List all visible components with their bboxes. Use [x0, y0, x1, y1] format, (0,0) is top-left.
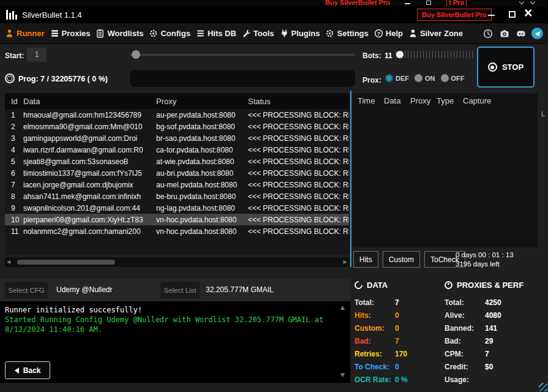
- stat-value: 0: [395, 311, 399, 320]
- cell-id: 2: [11, 123, 23, 131]
- log-line: Runner initialized succesfully!: [5, 305, 338, 315]
- cell-id: 1: [11, 111, 23, 119]
- table-row[interactable]: 4 iwan.rizrif.darmawan@gmail.com:R0 ca-t…: [5, 144, 349, 156]
- horizontal-scrollbar[interactable]: [5, 257, 349, 267]
- nav-hits-db[interactable]: Hits DB: [196, 29, 236, 38]
- select-list-button[interactable]: Select List: [160, 282, 200, 298]
- scroll-right-icon[interactable]: [343, 259, 347, 265]
- table-row[interactable]: 3 gamingappsworld@gmail.com:Droi br-sao.…: [5, 132, 349, 144]
- proxies-perf-header: PROXIES & PERF: [445, 281, 524, 290]
- stat-row: Total: 4250: [445, 296, 501, 309]
- stat-label: Alive:: [445, 311, 485, 320]
- start-slider[interactable]: [130, 49, 355, 60]
- slider-track: [130, 54, 355, 56]
- silver-zone-icon: [408, 29, 418, 38]
- cell-proxy: at-wie.pvdata.host:8080: [156, 157, 248, 166]
- stat-row: Banned: 141: [445, 322, 501, 334]
- select-cfg-button[interactable]: Select CFG: [5, 282, 48, 298]
- proxy-mode-option[interactable]: OFF: [441, 74, 465, 82]
- cell-status: <<< PROCESSING BLOCK: REC: [248, 181, 349, 189]
- proxy-mode-option[interactable]: ON: [415, 74, 435, 82]
- nav-runner[interactable]: Runner: [5, 29, 45, 38]
- table-row[interactable]: 8 ahsan7411.mek@gmail.com:infinixh be-br…: [5, 190, 349, 202]
- nav-label: Configs: [160, 29, 190, 38]
- minimize-icon[interactable]: [405, 3, 410, 4]
- cell-data: hmaoual@gmail.com:hm123456789: [23, 111, 156, 119]
- cell-proxy: vn-hoc.pvdata.host:8080: [156, 227, 248, 236]
- cell-data: iacen.jorge@gmail.com:djbujomix: [23, 181, 156, 189]
- tab-button[interactable]: Hits: [353, 251, 378, 268]
- tab-button[interactable]: Custom: [383, 251, 420, 268]
- table-row[interactable]: 6 timiostimio1337@gmail.com:fYs7IJ5 au-b…: [5, 167, 349, 179]
- telegram-icon[interactable]: [531, 28, 543, 39]
- stat-row: Hits: 0: [355, 309, 408, 322]
- stat-value: 4080: [485, 311, 501, 320]
- table-row[interactable]: 5 sjeati8@gmail.com:53sonaseoB at-wie.pv…: [5, 156, 349, 167]
- stat-value: 29: [485, 337, 493, 345]
- bots-slider[interactable]: [396, 49, 473, 60]
- runner-icon: [5, 29, 14, 38]
- table-row[interactable]: 10 pierpaneri08@gmail.com:XiyHt.zT83 vn-…: [5, 214, 349, 225]
- proxies-perf-stats: Total: 4250 Alive: 4080 Banned: 141 Bad:…: [445, 296, 501, 386]
- cell-data: pierpaneri08@gmail.com:XiyHt.zT83: [23, 216, 156, 224]
- stat-value: 0: [395, 324, 399, 333]
- maximize-button[interactable]: [509, 11, 516, 18]
- maximize-icon[interactable]: [426, 1, 431, 5]
- nav-tools[interactable]: Tools: [242, 29, 274, 38]
- nav-help[interactable]: ? Help: [374, 29, 403, 38]
- stat-row: Custom: 0: [355, 322, 408, 334]
- nav-label: Hits DB: [208, 29, 236, 38]
- elapsed-time: 0 days 00 : 01 : 13: [456, 251, 514, 260]
- stat-label: Custom:: [355, 324, 395, 333]
- cell-status: <<< PROCESSING BLOCK: REC: [248, 146, 349, 154]
- tools-icon: [242, 29, 251, 38]
- license-days-left: 3195 days left: [456, 260, 514, 269]
- hits-table-header: TimeDataProxyTypeCapture: [353, 93, 538, 105]
- cell-id: 11: [11, 227, 23, 236]
- scroll-up-icon[interactable]: [340, 304, 345, 311]
- nav-plugins[interactable]: Plugins: [280, 29, 320, 38]
- stat-label: Retries:: [355, 350, 395, 358]
- progress-text: Prog: 7 / 32205776 ( 0 %): [18, 75, 108, 83]
- nav-silver-zone[interactable]: Silver Zone: [408, 29, 463, 38]
- timer-block: 0 days 00 : 01 : 13 3195 days left: [456, 251, 514, 269]
- data-stats-title: DATA: [367, 281, 388, 290]
- cell-proxy: bg-sof.pvdata.host:8080: [156, 123, 248, 131]
- cell-id: 4: [11, 146, 23, 154]
- start-label: Start:: [5, 51, 24, 60]
- stat-value: 170: [395, 350, 407, 358]
- close-button[interactable]: [524, 5, 532, 21]
- scrollbar-thumb[interactable]: [17, 260, 115, 265]
- back-button[interactable]: Back: [5, 361, 50, 379]
- nav-proxies[interactable]: Proxies: [50, 29, 91, 38]
- nav-wordlists[interactable]: Wordlists: [96, 29, 143, 38]
- cell-proxy: au-per.pvdata.host:8080: [156, 111, 248, 119]
- stop-button[interactable]: STOP: [477, 47, 535, 88]
- stat-value: 0 %: [395, 375, 408, 384]
- nav-label: Runner: [17, 29, 45, 38]
- slider-thumb[interactable]: [132, 50, 140, 59]
- cell-proxy: ng-lag.pvdata.host:8080: [156, 204, 248, 213]
- silverbullet-window: Buy SilverBullet Pro t Pro SilverBullet …: [0, 0, 548, 392]
- table-row[interactable]: 11 nolanmmc2@gmail.com:hamani200 vn-hoc.…: [5, 225, 349, 237]
- scroll-left-icon[interactable]: [7, 259, 10, 265]
- discord-icon[interactable]: [515, 28, 527, 40]
- nav-settings[interactable]: Settings: [325, 29, 368, 38]
- minimize-button[interactable]: [488, 15, 495, 16]
- buy-pro-button[interactable]: Buy SilverBullet Pro: [417, 9, 492, 21]
- table-row[interactable]: 1 hmaoual@gmail.com:hm123456789 au-per.p…: [5, 109, 349, 121]
- nav-tray: [482, 28, 543, 40]
- slider-thumb[interactable]: [396, 51, 403, 58]
- panel-divider: [350, 91, 351, 267]
- hits-col: Data: [384, 96, 410, 105]
- camera-icon[interactable]: [498, 28, 511, 40]
- proxy-mode-option[interactable]: DEF: [385, 74, 409, 82]
- nav-configs[interactable]: Configs: [149, 29, 190, 38]
- table-row[interactable]: 7 iacen.jorge@gmail.com:djbujomix au-mel…: [5, 179, 349, 190]
- table-row[interactable]: 9 swapnilnicolson.201@gmail.com:44 ng-la…: [5, 202, 349, 214]
- table-row[interactable]: 2 elmosmma90@gmail.com:Mm@010 bg-sof.pvd…: [5, 121, 349, 132]
- resize-grip[interactable]: [539, 383, 547, 391]
- start-input[interactable]: 1: [27, 48, 47, 62]
- scroll-down-icon[interactable]: [340, 372, 345, 378]
- history-icon[interactable]: [482, 28, 494, 40]
